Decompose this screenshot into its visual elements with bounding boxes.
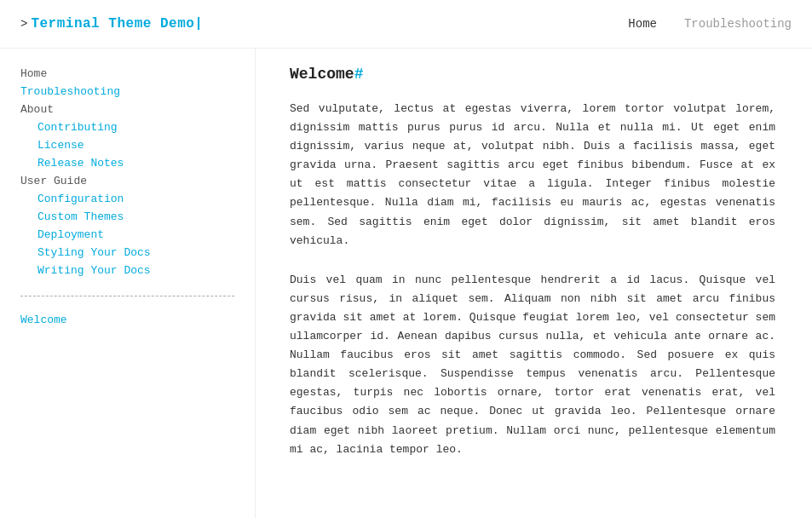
logo-area: > Terminal Theme Demo| [20, 16, 203, 32]
sidebar-label-user-guide: User Guide [20, 173, 234, 189]
page-title-text: Welcome [290, 66, 354, 83]
sidebar-label-styling[interactable]: Styling Your Docs [20, 245, 234, 261]
sidebar-label-deployment[interactable]: Deployment [20, 227, 234, 243]
sidebar-label-home[interactable]: Home [20, 66, 234, 82]
sidebar-item-release-notes[interactable]: Release Notes [20, 155, 234, 171]
sidebar-label-about[interactable]: About [20, 101, 234, 118]
header: > Terminal Theme Demo| Home Troubleshoot… [0, 0, 812, 49]
sidebar-item-custom-themes[interactable]: Custom Themes [20, 209, 234, 225]
sidebar-item-user-guide: User Guide [20, 173, 234, 189]
site-title[interactable]: Terminal Theme Demo| [31, 16, 203, 32]
sidebar-footer-welcome[interactable]: Welcome [20, 314, 234, 326]
sidebar: Home Troubleshooting About Contributing … [0, 49, 256, 518]
sidebar-divider [20, 296, 234, 296]
arrow-icon: > [20, 17, 27, 31]
sidebar-label-troubleshooting[interactable]: Troubleshooting [20, 83, 234, 100]
content-paragraph-1: Sed vulputate, lectus at egestas viverra… [290, 100, 775, 250]
main-content: Welcome# Sed vulputate, lectus at egesta… [256, 49, 809, 518]
sidebar-item-deployment[interactable]: Deployment [20, 227, 234, 243]
sidebar-label-configuration[interactable]: Configuration [20, 191, 234, 207]
sidebar-label-writing[interactable]: Writing Your Docs [20, 262, 234, 279]
sidebar-label-contributing[interactable]: Contributing [20, 119, 234, 135]
header-nav: Home Troubleshooting [628, 17, 792, 31]
sidebar-item-home[interactable]: Home [20, 66, 234, 82]
sidebar-item-contributing[interactable]: Contributing [20, 119, 234, 135]
sidebar-item-about[interactable]: About [20, 101, 234, 118]
header-nav-home[interactable]: Home [628, 17, 657, 31]
page-title-hash: # [354, 66, 364, 83]
sidebar-item-configuration[interactable]: Configuration [20, 191, 234, 207]
page-layout: Home Troubleshooting About Contributing … [0, 49, 812, 518]
sidebar-label-license[interactable]: License [20, 137, 234, 153]
sidebar-nav: Home Troubleshooting About Contributing … [20, 66, 234, 279]
sidebar-item-writing[interactable]: Writing Your Docs [20, 262, 234, 279]
sidebar-label-release-notes[interactable]: Release Notes [20, 155, 234, 171]
sidebar-item-styling[interactable]: Styling Your Docs [20, 245, 234, 261]
header-nav-troubleshooting[interactable]: Troubleshooting [684, 17, 792, 31]
content-paragraph-2: Duis vel quam in nunc pellentesque hendr… [290, 271, 775, 459]
sidebar-label-custom-themes[interactable]: Custom Themes [20, 209, 234, 225]
page-title: Welcome# [290, 66, 775, 83]
sidebar-item-troubleshooting[interactable]: Troubleshooting [20, 83, 234, 100]
sidebar-item-license[interactable]: License [20, 137, 234, 153]
